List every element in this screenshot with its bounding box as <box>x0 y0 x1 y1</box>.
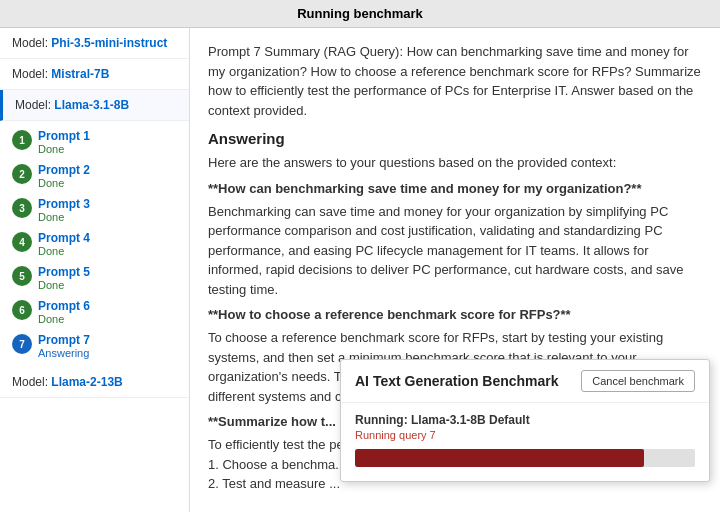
prompt-circle-3: 3 <box>12 198 32 218</box>
intro-text: Here are the answers to your questions b… <box>208 153 702 173</box>
prompt-status-1: Done <box>38 143 90 155</box>
prompt-item-2[interactable]: 2 Prompt 2 Done <box>0 159 189 193</box>
prompt-status-7: Answering <box>38 347 90 359</box>
title-text: Running benchmark <box>297 6 423 21</box>
prompt-item-6[interactable]: 6 Prompt 6 Done <box>0 295 189 329</box>
title-bar: Running benchmark <box>0 0 720 28</box>
sidebar-model-phi[interactable]: Model: Phi-3.5-mini-instruct <box>0 28 189 59</box>
prompt-status-3: Done <box>38 211 90 223</box>
model-prefix-phi: Model: <box>12 36 51 50</box>
modal-title: AI Text Generation Benchmark <box>355 373 559 389</box>
prompt-name-4: Prompt 4 <box>38 231 90 245</box>
prompt-item-7[interactable]: 7 Prompt 7 Answering <box>0 329 189 363</box>
model-name-llama31: Llama-3.1-8B <box>54 98 129 112</box>
prompt-text-5: Prompt 5 Done <box>38 265 90 291</box>
prompt-text-2: Prompt 2 Done <box>38 163 90 189</box>
prompt-circle-4: 4 <box>12 232 32 252</box>
prompt-status-2: Done <box>38 177 90 189</box>
prompt-circle-6: 6 <box>12 300 32 320</box>
modal-header: AI Text Generation Benchmark Cancel benc… <box>341 360 709 403</box>
sidebar: Model: Phi-3.5-mini-instruct Model: Mist… <box>0 28 190 512</box>
running-model-label: Running: Llama-3.1-8B Default <box>355 413 695 427</box>
modal-body: Running: Llama-3.1-8B Default Running qu… <box>341 403 709 481</box>
prompt-name-7: Prompt 7 <box>38 333 90 347</box>
running-model-name: Llama-3.1-8B Default <box>411 413 530 427</box>
question-1: **How can benchmarking save time and mon… <box>208 181 702 196</box>
prompt-summary: Prompt 7 Summary (RAG Query): How can be… <box>208 42 702 120</box>
prompt-name-1: Prompt 1 <box>38 129 90 143</box>
model-name-mistral: Mistral-7B <box>51 67 109 81</box>
prompt-name-6: Prompt 6 <box>38 299 90 313</box>
prompt-name-2: Prompt 2 <box>38 163 90 177</box>
cancel-benchmark-button[interactable]: Cancel benchmark <box>581 370 695 392</box>
sidebar-model-llama2[interactable]: Model: Llama-2-13B <box>0 367 189 398</box>
model-name-llama2: Llama-2-13B <box>51 375 122 389</box>
prompt-list: 1 Prompt 1 Done 2 Prompt 2 Done 3 Prompt… <box>0 121 189 367</box>
prompt-item-4[interactable]: 4 Prompt 4 Done <box>0 227 189 261</box>
prompt-item-1[interactable]: 1 Prompt 1 Done <box>0 125 189 159</box>
prompt-name-5: Prompt 5 <box>38 265 90 279</box>
question-2: **How to choose a reference benchmark sc… <box>208 307 702 322</box>
main-layout: Model: Phi-3.5-mini-instruct Model: Mist… <box>0 28 720 512</box>
prompt-name-3: Prompt 3 <box>38 197 90 211</box>
prompt-status-5: Done <box>38 279 90 291</box>
section-answering: Answering <box>208 130 702 147</box>
prompt-text-6: Prompt 6 Done <box>38 299 90 325</box>
prompt-text-4: Prompt 4 Done <box>38 231 90 257</box>
prompt-item-5[interactable]: 5 Prompt 5 Done <box>0 261 189 295</box>
model-prefix-llama31: Model: <box>15 98 54 112</box>
prompt-text-7: Prompt 7 Answering <box>38 333 90 359</box>
answer-1: Benchmarking can save time and money for… <box>208 202 702 300</box>
prompt-circle-2: 2 <box>12 164 32 184</box>
prompt-circle-5: 5 <box>12 266 32 286</box>
prompt-item-3[interactable]: 3 Prompt 3 Done <box>0 193 189 227</box>
sidebar-model-mistral[interactable]: Model: Mistral-7B <box>0 59 189 90</box>
model-prefix-llama2: Model: <box>12 375 51 389</box>
sidebar-model-llama31[interactable]: Model: Llama-3.1-8B <box>0 90 189 121</box>
content-area: Prompt 7 Summary (RAG Query): How can be… <box>190 28 720 512</box>
benchmark-modal: AI Text Generation Benchmark Cancel benc… <box>340 359 710 482</box>
prompt-text-1: Prompt 1 Done <box>38 129 90 155</box>
model-name-phi: Phi-3.5-mini-instruct <box>51 36 167 50</box>
progress-bar-background <box>355 449 695 467</box>
prompt-text-3: Prompt 3 Done <box>38 197 90 223</box>
running-query-label: Running query 7 <box>355 429 695 441</box>
prompt-circle-1: 1 <box>12 130 32 150</box>
prompt-status-4: Done <box>38 245 90 257</box>
progress-bar-fill <box>355 449 644 467</box>
running-prefix: Running: <box>355 413 408 427</box>
prompt-status-6: Done <box>38 313 90 325</box>
model-prefix-mistral: Model: <box>12 67 51 81</box>
prompt-circle-7: 7 <box>12 334 32 354</box>
